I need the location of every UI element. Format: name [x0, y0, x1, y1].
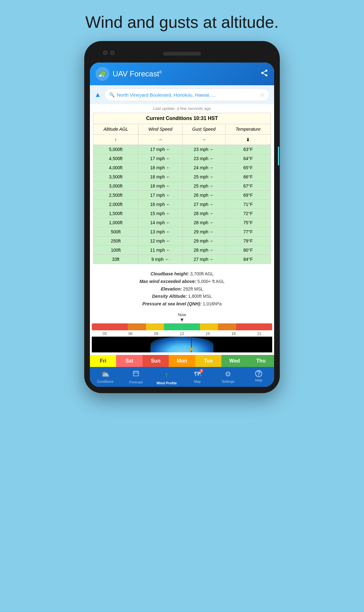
day-mon-button[interactable]: Mon [169, 355, 195, 367]
phone-screen: ☁ UAV Forecast® ▲ 🔍 North Vineyard [90, 63, 274, 387]
cell-alt-0: 5,000ft [93, 145, 138, 154]
cell-temp-11: 80°F [225, 246, 271, 255]
cell-wind-1: 17 mph ← [138, 154, 182, 163]
svg-point-4 [261, 72, 263, 74]
cell-alt-2: 4,000ft [93, 163, 138, 172]
right-scrollbar[interactable] [278, 147, 279, 165]
app-logo-icon: ☁ [96, 67, 109, 81]
last-update-text: Last update: a few seconds ago [90, 104, 274, 113]
density-info: Density Altitude: 1,800ft MSL [96, 293, 268, 300]
col-header-gust: Gust Speed [182, 124, 225, 135]
tl-seg-yellow2 [200, 323, 218, 330]
col-icon-altitude: ↑ [93, 135, 138, 145]
cell-wind-6: 16 mph ← [138, 200, 182, 209]
tl-seg-orange1 [128, 323, 146, 330]
favorite-icon[interactable]: ☆ [260, 91, 265, 98]
sky-glow [150, 337, 214, 352]
svg-line-6 [263, 74, 265, 75]
hour-09: 09 [154, 332, 158, 336]
conditions-table-wrapper: Current Conditions 10:31 HST Altitude AG… [90, 113, 274, 266]
timeline-color-bar [92, 323, 272, 330]
conditions-table: Current Conditions 10:31 HST Altitude AG… [93, 113, 271, 264]
tl-seg-yellow1 [146, 323, 164, 330]
table-row: 3,500ft18 mph ←25 mph ←66°F [93, 172, 271, 182]
map-badge: 3 [199, 369, 203, 373]
day-sun-button[interactable]: Sun [143, 355, 169, 367]
table-row: 100ft11 mph ←28 mph ←80°F [93, 246, 271, 255]
location-arrow-icon[interactable]: ▲ [94, 91, 101, 99]
hour-06: 06 [128, 332, 132, 336]
cell-wind-12: 9 mph ← [138, 255, 182, 264]
max-wind-value: 5,000+ ft AGL [197, 279, 225, 284]
nav-conditions[interactable]: ⛅ Conditions [94, 370, 116, 385]
now-dot [190, 348, 193, 351]
nav-help[interactable]: ? Help [248, 370, 270, 385]
cell-temp-12: 84°F [225, 255, 271, 264]
hour-15: 15 [206, 332, 210, 336]
pressure-info: Pressure at sea level (QNH): 1,016hPa [96, 300, 268, 308]
cell-gust-9: 29 mph ← [182, 227, 225, 237]
cell-alt-4: 3,000ft [93, 182, 138, 191]
cell-gust-12: 27 mph ← [182, 255, 225, 264]
tagline: Wind and gusts at altitude. [85, 13, 279, 32]
day-thu-button[interactable]: Thu [248, 355, 274, 367]
cell-alt-10: 250ft [93, 237, 138, 246]
cell-temp-2: 65°F [225, 163, 271, 172]
phone-camera-right [110, 51, 114, 55]
share-icon[interactable] [260, 69, 268, 79]
conditions-label: Conditions [97, 380, 114, 383]
cell-wind-4: 18 mph ← [138, 182, 182, 191]
bottom-nav: ⛅ Conditions Forecast ↑ Wind Profile [90, 367, 274, 387]
nav-wind-profile[interactable]: ↑ Wind Profile [156, 370, 178, 385]
cell-gust-6: 27 mph ← [182, 200, 225, 209]
elevation-info: Elevation: 292ft MSL [96, 285, 268, 293]
nav-map[interactable]: 🗺3 Map [186, 370, 208, 385]
phone-speaker [163, 52, 201, 56]
phone-notch [90, 47, 274, 60]
col-header-altitude: Altitude AGL [93, 124, 138, 135]
day-sat-button[interactable]: Sat [116, 355, 142, 367]
table-row: 3,000ft18 mph ←25 mph ←67°F [93, 182, 271, 191]
col-icon-wind: → [138, 135, 182, 145]
cell-gust-8: 28 mph ← [182, 218, 225, 227]
settings-icon: ⚙ [225, 370, 231, 378]
cell-gust-1: 23 mph ← [182, 154, 225, 163]
table-header: Current Conditions 10:31 HST [93, 113, 271, 124]
cell-gust-0: 23 mph ← [182, 145, 225, 154]
cell-gust-7: 28 mph ← [182, 209, 225, 218]
cell-gust-11: 28 mph ← [182, 246, 225, 255]
cell-alt-7: 1,500ft [93, 209, 138, 218]
cell-temp-1: 64°F [225, 154, 271, 163]
svg-rect-8 [133, 371, 139, 376]
day-fri-button[interactable]: Fri [90, 355, 116, 367]
svg-point-3 [265, 69, 267, 72]
hour-03: 03 [103, 332, 107, 336]
svg-point-5 [265, 74, 267, 76]
search-text: North Vineyard Boulevard, Honolulu, Hawa… [117, 92, 257, 98]
sky-visualization [92, 337, 272, 352]
cell-temp-5: 69°F [225, 191, 271, 200]
help-icon: ? [255, 370, 262, 377]
svg-line-7 [263, 71, 265, 72]
cell-gust-2: 24 mph ← [182, 163, 225, 172]
search-input-container[interactable]: 🔍 North Vineyard Boulevard, Honolulu, Ha… [104, 88, 270, 101]
density-value: 1,800ft MSL [188, 294, 212, 299]
timeline-area: Now ▼ 03 06 09 12 15 [90, 312, 274, 355]
timeline-hours: 03 06 09 12 15 18 21 [92, 331, 272, 337]
nav-forecast[interactable]: Forecast [125, 370, 147, 385]
phone-shell: ☁ UAV Forecast® ▲ 🔍 North Vineyard [84, 41, 280, 393]
cell-temp-9: 77°F [225, 227, 271, 237]
tl-seg-orange2 [218, 323, 236, 330]
app-logo: ☁ UAV Forecast® [96, 67, 162, 81]
cell-temp-4: 67°F [225, 182, 271, 191]
table-row: 33ft9 mph ←27 mph ←84°F [93, 255, 271, 264]
day-wed-button[interactable]: Wed [221, 355, 248, 367]
table-row: 5,000ft17 mph ←23 mph ←63°F [93, 145, 271, 154]
cell-temp-0: 63°F [225, 145, 271, 154]
day-tue-button[interactable]: Tue [195, 355, 221, 367]
tl-seg-red1 [92, 323, 128, 330]
map-icon: 🗺3 [194, 370, 201, 378]
phone-cameras [103, 51, 114, 55]
cell-wind-8: 14 mph ← [138, 218, 182, 227]
nav-settings[interactable]: ⚙ Settings [217, 370, 239, 385]
